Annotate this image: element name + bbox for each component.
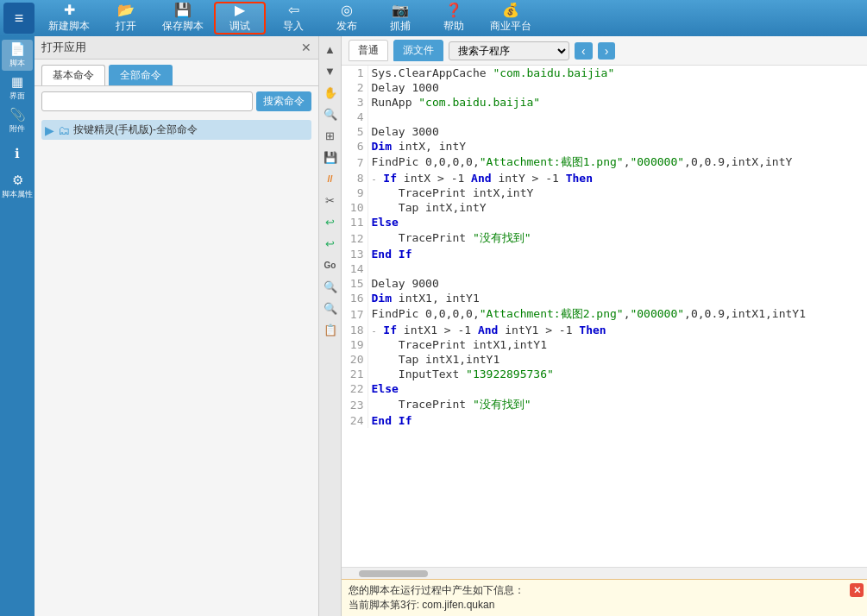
table-row: 1Sys.ClearAppCache "com.baidu.baijia" bbox=[342, 66, 867, 80]
cut-button[interactable]: ✂ bbox=[321, 191, 340, 210]
folder-icon: 📂 bbox=[117, 3, 135, 17]
toolbar: ≡ ✚ 新建脚本 📂 打开 💾 保存脚本 ▶ 调试 ⇦ 导入 ◎ 发布 📷 抓捕… bbox=[0, 0, 867, 36]
line-code: Dim intX, intY bbox=[368, 139, 867, 154]
redo-button[interactable]: ↩ bbox=[321, 234, 340, 253]
nav-prev-button[interactable]: ‹ bbox=[575, 42, 593, 60]
import-button[interactable]: ⇦ 导入 bbox=[267, 2, 319, 35]
tab-normal[interactable]: 普通 bbox=[349, 40, 388, 61]
line-code: - If intX1 > -1 And intY1 > -1 Then bbox=[368, 323, 867, 337]
hscroll-thumb[interactable] bbox=[359, 570, 428, 577]
sidebar-item-attach[interactable]: 📎 附件 bbox=[2, 105, 33, 136]
search-button[interactable]: 搜索命令 bbox=[256, 91, 311, 111]
line-code: TracePrint "没有找到" bbox=[368, 396, 867, 413]
table-row: 7FindPic 0,0,0,0,"Attachment:截图1.png","0… bbox=[342, 154, 867, 171]
line-code: FindPic 0,0,0,0,"Attachment:截图2.png","00… bbox=[368, 305, 867, 323]
line-number: 14 bbox=[342, 261, 368, 276]
line-number: 2 bbox=[342, 80, 368, 95]
sidebar-item-scene[interactable]: ▦ 界面 bbox=[2, 72, 33, 104]
line-code: Else bbox=[368, 381, 867, 396]
folder-tree-icon: 🗂 bbox=[58, 123, 70, 137]
play-icon: ▶ bbox=[235, 3, 245, 17]
panel-close-button[interactable]: ✕ bbox=[301, 41, 311, 54]
save-tool-button[interactable]: 💾 bbox=[321, 148, 340, 167]
help-button[interactable]: ❓ 帮助 bbox=[428, 2, 480, 35]
line-code: Sys.ClearAppCache "com.baidu.baijia" bbox=[368, 66, 867, 80]
horizontal-scrollbar[interactable] bbox=[342, 567, 867, 579]
tree-item-all[interactable]: ▶ 🗂 按键精灵(手机版)-全部命令 bbox=[41, 120, 311, 140]
table-row: 22Else bbox=[342, 381, 867, 396]
line-number: 4 bbox=[342, 110, 368, 124]
tab-basic-commands[interactable]: 基本命令 bbox=[41, 65, 105, 85]
line-code: End If bbox=[368, 413, 867, 428]
status-bar: 您的脚本在运行过程中产生如下信息： 当前脚本第3行: com.jifen.quk… bbox=[342, 579, 867, 616]
info-icon: ℹ bbox=[15, 146, 20, 161]
find2-button[interactable]: 🔍 bbox=[321, 299, 340, 317]
grid-button[interactable]: ⊞ bbox=[321, 126, 340, 145]
camera-icon: 📷 bbox=[392, 3, 409, 17]
sidebar-item-info[interactable]: ℹ bbox=[2, 138, 33, 169]
line-number: 11 bbox=[342, 215, 368, 229]
comment-button[interactable]: // bbox=[321, 169, 340, 188]
sidebar-item-script[interactable]: 📄 脚本 bbox=[2, 40, 33, 71]
line-number: 17 bbox=[342, 305, 368, 323]
fold-arrow[interactable]: - bbox=[372, 326, 377, 336]
table-row: 13End If bbox=[342, 247, 867, 261]
table-row: 21 InputText "13922895736" bbox=[342, 367, 867, 381]
nav-next-button[interactable]: › bbox=[598, 42, 616, 60]
debug-label: 调试 bbox=[229, 19, 250, 34]
line-number: 12 bbox=[342, 229, 368, 247]
hand-tool-button[interactable]: ✋ bbox=[321, 83, 340, 102]
table-row: 2Delay 1000 bbox=[342, 80, 867, 95]
save-button[interactable]: 💾 保存脚本 bbox=[154, 2, 212, 35]
search-input[interactable] bbox=[41, 91, 253, 111]
open-button[interactable]: 📂 打开 bbox=[100, 2, 152, 35]
nav-next-icon: › bbox=[605, 44, 609, 58]
line-number: 9 bbox=[342, 185, 368, 200]
sidebar-item-props[interactable]: ⚙ 脚本属性 bbox=[2, 171, 33, 202]
attach-icon: 📎 bbox=[9, 107, 26, 123]
line-code: Tap intX1,intY1 bbox=[368, 352, 867, 367]
command-tabs: 基本命令 全部命令 bbox=[35, 60, 318, 86]
line-number: 7 bbox=[342, 154, 368, 171]
line-number: 5 bbox=[342, 124, 368, 139]
script-icon: 📄 bbox=[9, 41, 26, 57]
line-code: TracePrint "没有找到" bbox=[368, 229, 867, 247]
fold-arrow[interactable]: - bbox=[372, 174, 377, 184]
help-icon: ❓ bbox=[445, 3, 462, 17]
tab-source[interactable]: 源文件 bbox=[393, 40, 443, 61]
table-row: 5Delay 3000 bbox=[342, 124, 867, 139]
clipboard-button[interactable]: 📋 bbox=[321, 320, 340, 339]
zoom-button[interactable]: 🔍 bbox=[321, 104, 340, 123]
table-row: 18- If intX1 > -1 And intY1 > -1 Then bbox=[342, 323, 867, 337]
line-number: 13 bbox=[342, 247, 368, 261]
commerce-label: 商业平台 bbox=[490, 19, 531, 34]
scroll-down-button[interactable]: ▼ bbox=[321, 61, 340, 80]
line-code: Dim intX1, intY1 bbox=[368, 291, 867, 305]
debug-button[interactable]: ▶ 调试 bbox=[214, 2, 266, 35]
find-button[interactable]: 🔍 bbox=[321, 277, 340, 296]
save-label: 保存脚本 bbox=[162, 19, 204, 34]
goto-button[interactable]: Go bbox=[321, 255, 340, 274]
line-code: Else bbox=[368, 215, 867, 229]
new-script-button[interactable]: ✚ 新建脚本 bbox=[40, 2, 98, 35]
scroll-up-button[interactable]: ▲ bbox=[321, 40, 340, 59]
publish-label: 发布 bbox=[336, 19, 357, 34]
props-icon: ⚙ bbox=[12, 173, 23, 188]
editor-area: 普通 源文件 搜索子程序 ‹ › 1Sys.ClearAppCache "com… bbox=[342, 36, 867, 616]
help-label: 帮助 bbox=[443, 19, 464, 34]
undo-button[interactable]: ↩ bbox=[321, 212, 340, 231]
search-subroutine-select[interactable]: 搜索子程序 bbox=[449, 41, 569, 60]
publish-button[interactable]: ◎ 发布 bbox=[321, 2, 373, 35]
line-code bbox=[368, 110, 867, 124]
left-sidebar: 📄 脚本 ▦ 界面 📎 附件 ℹ ⚙ 脚本属性 bbox=[0, 36, 35, 616]
capture-label: 抓捕 bbox=[390, 19, 411, 34]
code-container[interactable]: 1Sys.ClearAppCache "com.baidu.baijia"2De… bbox=[342, 66, 867, 567]
expand-icon: ▶ bbox=[45, 123, 54, 137]
commerce-button[interactable]: 💰 商业平台 bbox=[481, 2, 540, 35]
capture-button[interactable]: 📷 抓捕 bbox=[374, 2, 426, 35]
line-code: FindPic 0,0,0,0,"Attachment:截图1.png","00… bbox=[368, 154, 867, 171]
import-icon: ⇦ bbox=[288, 3, 299, 17]
tab-all-commands[interactable]: 全部命令 bbox=[109, 65, 173, 85]
table-row: 9 TracePrint intX,intY bbox=[342, 185, 867, 200]
table-row: 19 TracePrint intX1,intY1 bbox=[342, 337, 867, 352]
